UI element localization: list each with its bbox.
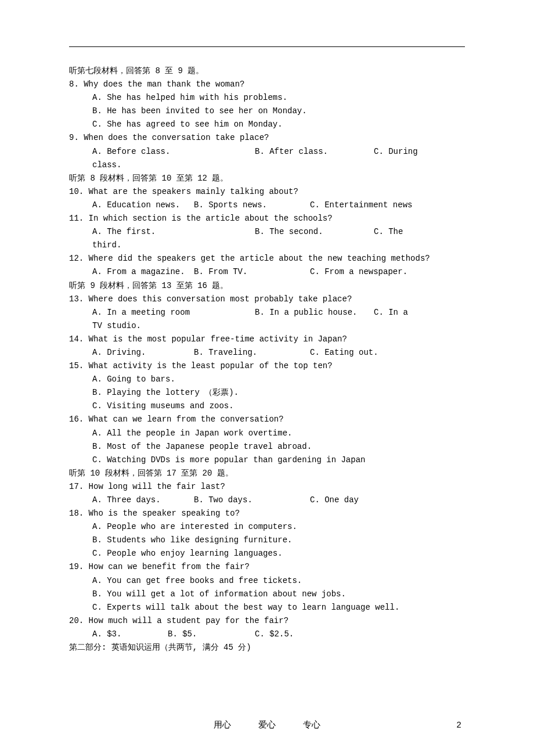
options-line: A. Three days.B. Two days.C. One day xyxy=(69,494,465,507)
options-line: A. $3.B. $5.C. $2.5. xyxy=(69,628,465,641)
question-text: 11. In which section is the article abou… xyxy=(69,212,465,225)
option: C. Visiting museums and zoos. xyxy=(69,399,465,413)
question-text: 9. When does the conversation take place… xyxy=(69,131,465,145)
option: B. You will get a lot of information abo… xyxy=(69,588,465,601)
option-c: C. Eating out. xyxy=(310,346,378,359)
option-a: A. In a meeting room xyxy=(92,306,255,319)
option-a: A. Before class. xyxy=(92,145,255,159)
option: A. You can get free books and free ticke… xyxy=(69,574,465,588)
option: B. Most of the Japanese people travel ab… xyxy=(69,440,465,453)
option-b: B. From TV. xyxy=(194,265,310,279)
footer-word-2: 爱心 xyxy=(258,721,276,730)
question-text: 15. What activity is the least popular o… xyxy=(69,359,465,373)
options-line: A. The first.B. The second.C. The xyxy=(69,225,465,239)
group-header: 听第七段材料，回答第 8 至 9 题。 xyxy=(69,64,465,78)
option: A. She has helped him with his problems. xyxy=(69,91,465,105)
options-line: A. Driving.B. Traveling.C. Eating out. xyxy=(69,346,465,359)
question-text: 18. Who is the speaker speaking to? xyxy=(69,507,465,520)
option-b: B. $5. xyxy=(168,628,255,641)
option-wrap: third. xyxy=(69,239,465,252)
option-b: B. Sports news. xyxy=(194,199,310,212)
document-content: 听第七段材料，回答第 8 至 9 题。8. Why does the man t… xyxy=(69,64,465,654)
option-a: A. Education news. xyxy=(92,199,194,212)
group-header: 听第 8 段材料，回答第 10 至第 12 题。 xyxy=(69,172,465,185)
group-header: 听第 10 段材料，回答第 17 至第 20 题。 xyxy=(69,467,465,480)
group-header: 听第 9 段材料，回答第 13 至第 16 题。 xyxy=(69,279,465,293)
option: A. People who are interested in computer… xyxy=(69,520,465,534)
question-text: 8. Why does the man thank the woman? xyxy=(69,78,465,91)
option-c: C. Entertainment news xyxy=(310,199,412,212)
options-line: A. In a meeting roomB. In a public house… xyxy=(69,306,465,319)
option-c: C. During xyxy=(374,145,418,159)
option-a: A. From a magazine. xyxy=(92,265,194,279)
option-a: A. Driving. xyxy=(92,346,194,359)
option-c: C. The xyxy=(374,225,403,239)
options-line: A. Before class.B. After class.C. During xyxy=(69,145,465,159)
question-text: 16. What can we learn from the conversat… xyxy=(69,413,465,426)
question-text: 20. How much will a student pay for the … xyxy=(69,614,465,628)
question-text: 13. Where does this conversation most pr… xyxy=(69,293,465,306)
option-a: A. $3. xyxy=(92,628,168,641)
option: C. Watching DVDs is more popular than ga… xyxy=(69,453,465,467)
option-a: A. Three days. xyxy=(92,494,194,507)
option-c: C. From a newspaper. xyxy=(310,265,407,279)
option: C. She has agreed to see him on Monday. xyxy=(69,118,465,131)
question-text: 12. Where did the speakers get the artic… xyxy=(69,252,465,265)
question-text: 10. What are the speakers mainly talking… xyxy=(69,185,465,199)
page-footer: 用心 爱心 专心 xyxy=(0,719,534,733)
option: B. Playing the lottery （彩票). xyxy=(69,386,465,399)
options-line: A. From a magazine.B. From TV.C. From a … xyxy=(69,265,465,279)
option-c: C. One day xyxy=(310,494,359,507)
option: C. People who enjoy learning languages. xyxy=(69,547,465,560)
option-b: B. In a public house. xyxy=(255,306,374,319)
option: A. Going to bars. xyxy=(69,373,465,386)
question-text: 17. How long will the fair last? xyxy=(69,480,465,494)
option-wrap: TV studio. xyxy=(69,319,465,333)
page-number: 2 xyxy=(456,719,461,733)
option-b: B. After class. xyxy=(255,145,374,159)
option-b: B. Traveling. xyxy=(194,346,310,359)
horizontal-divider xyxy=(69,46,465,47)
option-b: B. Two days. xyxy=(194,494,310,507)
footer-word-1: 用心 xyxy=(214,721,231,730)
option-c: C. $2.5. xyxy=(255,629,294,639)
question-text: 14. What is the most popular free-time a… xyxy=(69,333,465,346)
option: B. Students who like designing furniture… xyxy=(69,534,465,547)
option: C. Experts will talk about the best way … xyxy=(69,601,465,614)
option-a: A. The first. xyxy=(92,225,255,239)
option-wrap: class. xyxy=(69,159,465,172)
question-text: 19. How can we benefit from the fair? xyxy=(69,560,465,574)
footer-word-3: 专心 xyxy=(303,721,320,730)
option: A. All the people in Japan work overtime… xyxy=(69,427,465,440)
options-line: A. Education news.B. Sports news.C. Ente… xyxy=(69,199,465,212)
option-b: B. The second. xyxy=(255,225,374,239)
option: B. He has been invited to see her on Mon… xyxy=(69,105,465,118)
option-c: C. In a xyxy=(374,306,408,319)
section-header: 第二部分: 英语知识运用（共两节, 满分 45 分) xyxy=(69,641,465,654)
